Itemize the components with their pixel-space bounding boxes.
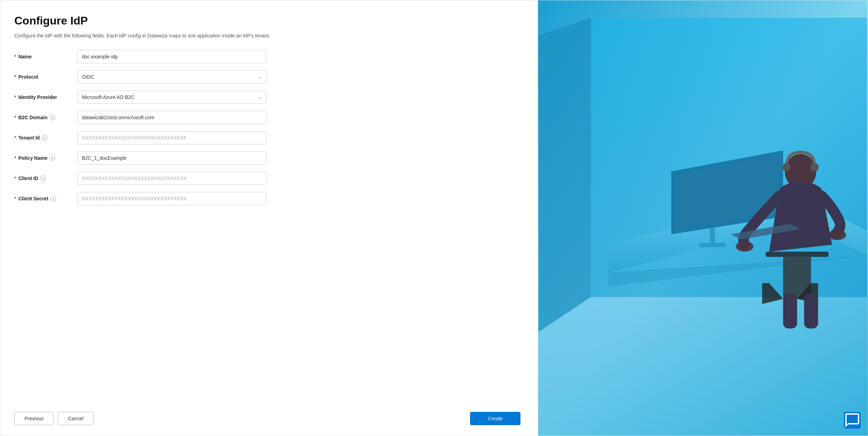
select-wrapper-idp: Microsoft Azure AD B2C Okta Auth0 Azure … <box>77 91 266 104</box>
svg-point-14 <box>736 241 754 252</box>
previous-button[interactable]: Previous <box>14 412 54 425</box>
svg-rect-7 <box>699 243 726 247</box>
illustration-svg <box>538 0 868 436</box>
input-name[interactable] <box>77 50 266 63</box>
form-footer: Previous Cancel Create <box>14 412 520 425</box>
input-b2c-domain[interactable] <box>77 111 266 124</box>
label-tenant-id: * Tenant Id i <box>14 135 77 141</box>
input-policy-name[interactable] <box>77 151 266 165</box>
input-client-id[interactable] <box>77 172 266 185</box>
chat-icon <box>844 412 861 429</box>
input-client-secret[interactable] <box>77 192 266 205</box>
svg-rect-21 <box>783 294 797 329</box>
info-icon-client-id[interactable]: i <box>40 176 46 181</box>
page-title: Configure IdP <box>14 14 520 27</box>
chat-fab-button[interactable] <box>844 412 861 429</box>
label-text-protocol: Protocol <box>18 74 38 80</box>
required-star-b2c: * <box>14 115 16 120</box>
form-body: * Name * Protocol OIDC SAML ⌄ <box>14 50 520 401</box>
label-text-tenant-id: Tenant Id <box>18 135 40 141</box>
required-star-name: * <box>14 54 16 59</box>
label-text-identity-provider: Identity Provider <box>18 94 57 100</box>
page-wrapper: Configure IdP Configure the IdP with the… <box>0 0 868 436</box>
label-client-id: * Client ID i <box>14 176 77 181</box>
required-star-idp: * <box>14 94 16 100</box>
svg-rect-22 <box>804 294 818 329</box>
illustration-container <box>538 0 868 436</box>
input-tenant-id[interactable] <box>77 131 266 144</box>
required-star-protocol: * <box>14 74 16 80</box>
required-star-client-id: * <box>14 176 16 181</box>
field-row-name: * Name <box>14 50 520 63</box>
field-row-client-secret: * Client Secret i <box>14 192 520 205</box>
field-row-tenant-id: * Tenant Id i <box>14 131 520 144</box>
required-star-policy: * <box>14 155 16 161</box>
page-description: Configure the IdP with the following fie… <box>14 32 520 40</box>
label-text-b2c-domain: B2C Domain <box>18 115 47 120</box>
label-name: * Name <box>14 54 77 59</box>
select-identity-provider[interactable]: Microsoft Azure AD B2C Okta Auth0 Azure … <box>77 91 266 104</box>
info-icon-client-secret[interactable]: i <box>50 196 56 201</box>
label-client-secret: * Client Secret i <box>14 196 77 201</box>
svg-point-13 <box>811 163 819 171</box>
label-text-name: Name <box>18 54 31 59</box>
svg-point-15 <box>829 230 846 240</box>
svg-marker-2 <box>539 18 591 332</box>
field-row-b2c-domain: * B2C Domain i <box>14 111 520 124</box>
required-star-tenant: * <box>14 135 16 141</box>
field-row-policy-name: * Policy Name i <box>14 151 520 165</box>
field-row-client-id: * Client ID i <box>14 172 520 185</box>
svg-rect-17 <box>766 252 829 257</box>
label-text-client-secret: Client Secret <box>18 196 48 201</box>
cancel-button[interactable]: Cancel <box>58 412 93 425</box>
label-text-policy-name: Policy Name <box>18 155 47 161</box>
label-identity-provider: * Identity Provider <box>14 94 77 100</box>
label-policy-name: * Policy Name i <box>14 155 77 161</box>
field-row-protocol: * Protocol OIDC SAML ⌄ <box>14 70 520 84</box>
svg-point-12 <box>783 163 791 171</box>
label-b2c-domain: * B2C Domain i <box>14 115 77 120</box>
info-icon-policy-name[interactable]: i <box>50 155 55 161</box>
illustration-section <box>538 0 868 436</box>
select-wrapper-protocol: OIDC SAML ⌄ <box>77 70 266 84</box>
required-star-client-secret: * <box>14 196 16 201</box>
field-row-identity-provider: * Identity Provider Microsoft Azure AD B… <box>14 91 520 104</box>
info-icon-tenant-id[interactable]: i <box>42 135 48 141</box>
label-protocol: * Protocol <box>14 74 77 80</box>
create-button[interactable]: Create <box>470 412 520 425</box>
info-icon-b2c-domain[interactable]: i <box>50 115 55 120</box>
label-text-client-id: Client ID <box>18 176 38 181</box>
form-section: Configure IdP Configure the IdP with the… <box>0 0 538 436</box>
select-protocol[interactable]: OIDC SAML <box>77 70 266 84</box>
